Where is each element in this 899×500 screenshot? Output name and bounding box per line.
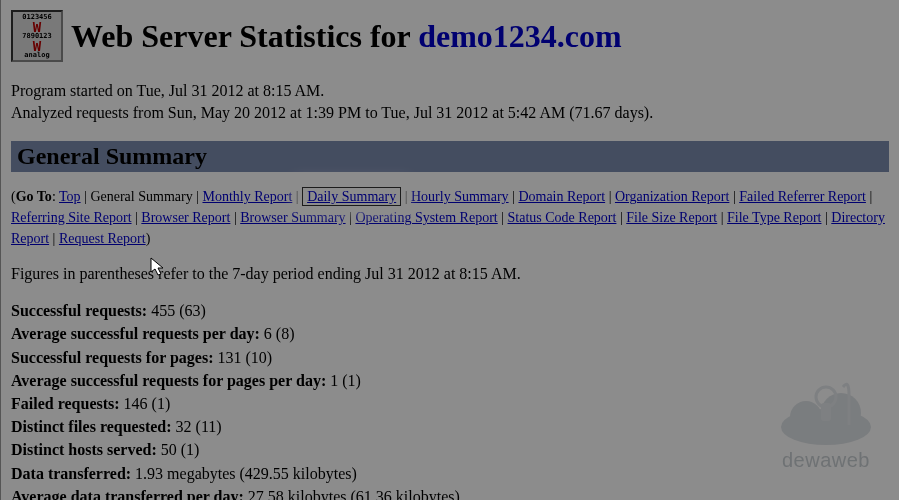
stat-value: 146 (1) bbox=[124, 395, 171, 412]
title-prefix: Web Server Statistics for bbox=[71, 18, 418, 54]
stat-value: 1.93 megabytes (429.55 kilobytes) bbox=[135, 465, 357, 482]
nav-highlight: Daily Summary bbox=[302, 187, 401, 206]
stat-label: Average successful requests per day: bbox=[11, 325, 260, 342]
stat-label: Average data transferred per day: bbox=[11, 488, 244, 500]
stat-value: 50 (1) bbox=[161, 441, 200, 458]
stat-label: Successful requests for pages: bbox=[11, 349, 214, 366]
stat-value: 131 (10) bbox=[218, 349, 273, 366]
stat-value: 27.58 kilobytes (61.36 kilobytes) bbox=[248, 488, 460, 500]
nav-link-organization-report[interactable]: Organization Report bbox=[615, 189, 729, 204]
stat-row: Failed requests: 146 (1) bbox=[11, 392, 889, 415]
stat-row: Data transferred: 1.93 megabytes (429.55… bbox=[11, 462, 889, 485]
stat-label: Distinct hosts served: bbox=[11, 441, 157, 458]
nav-link-monthly-report[interactable]: Monthly Report bbox=[202, 189, 292, 204]
nav-current: General Summary bbox=[90, 189, 192, 204]
analog-logo-icon: 0123456W7890123Wanalog bbox=[11, 10, 63, 62]
stat-value: 32 (11) bbox=[176, 418, 222, 435]
meta-line-1: Program started on Tue, Jul 31 2012 at 8… bbox=[11, 80, 889, 102]
program-meta: Program started on Tue, Jul 31 2012 at 8… bbox=[11, 80, 889, 123]
section-bar: General Summary bbox=[11, 141, 889, 172]
nav-link-file-type-report[interactable]: File Type Report bbox=[727, 210, 821, 225]
stat-label: Successful requests: bbox=[11, 302, 147, 319]
figures-note: Figures in parentheses refer to the 7-da… bbox=[11, 265, 889, 283]
stat-value: 455 (63) bbox=[151, 302, 206, 319]
goto-label: Go To bbox=[16, 189, 52, 204]
page-title: 0123456W7890123Wanalog Web Server Statis… bbox=[11, 10, 889, 62]
stat-row: Average successful requests per day: 6 (… bbox=[11, 322, 889, 345]
stat-row: Successful requests for pages: 131 (10) bbox=[11, 346, 889, 369]
nav-link-hourly-summary[interactable]: Hourly Summary bbox=[411, 189, 509, 204]
nav-link-status-code-report[interactable]: Status Code Report bbox=[508, 210, 617, 225]
stat-label: Failed requests: bbox=[11, 395, 120, 412]
nav-link-browser-summary[interactable]: Browser Summary bbox=[240, 210, 345, 225]
stat-row: Successful requests: 455 (63) bbox=[11, 299, 889, 322]
nav-link-failed-referrer-report[interactable]: Failed Referrer Report bbox=[739, 189, 866, 204]
stat-row: Average successful requests for pages pe… bbox=[11, 369, 889, 392]
nav-link-browser-report[interactable]: Browser Report bbox=[141, 210, 230, 225]
stat-label: Distinct files requested: bbox=[11, 418, 172, 435]
section-heading: General Summary bbox=[17, 143, 883, 170]
stats-block: Successful requests: 455 (63) Average su… bbox=[11, 299, 889, 500]
nav-link-request-report[interactable]: Request Report bbox=[59, 231, 146, 246]
stat-label: Data transferred: bbox=[11, 465, 131, 482]
nav-link-referring-site-report[interactable]: Referring Site Report bbox=[11, 210, 132, 225]
stat-label: Average successful requests for pages pe… bbox=[11, 372, 326, 389]
nav-link-top[interactable]: Top bbox=[59, 189, 81, 204]
title-domain: demo1234.com bbox=[418, 18, 622, 54]
nav-link-daily-summary[interactable]: Daily Summary bbox=[307, 189, 396, 204]
nav-link-domain-report[interactable]: Domain Report bbox=[518, 189, 605, 204]
meta-line-2: Analyzed requests from Sun, May 20 2012 … bbox=[11, 102, 889, 124]
stat-row: Distinct hosts served: 50 (1) bbox=[11, 438, 889, 461]
stat-row: Distinct files requested: 32 (11) bbox=[11, 415, 889, 438]
stat-row: Average data transferred per day: 27.58 … bbox=[11, 485, 889, 500]
nav-link-operating-system-report[interactable]: Operating System Report bbox=[355, 210, 497, 225]
stat-value: 6 (8) bbox=[264, 325, 295, 342]
stat-value: 1 (1) bbox=[330, 372, 361, 389]
report-nav: (Go To: Top | General Summary | Monthly … bbox=[11, 186, 889, 249]
nav-link-file-size-report[interactable]: File Size Report bbox=[626, 210, 717, 225]
